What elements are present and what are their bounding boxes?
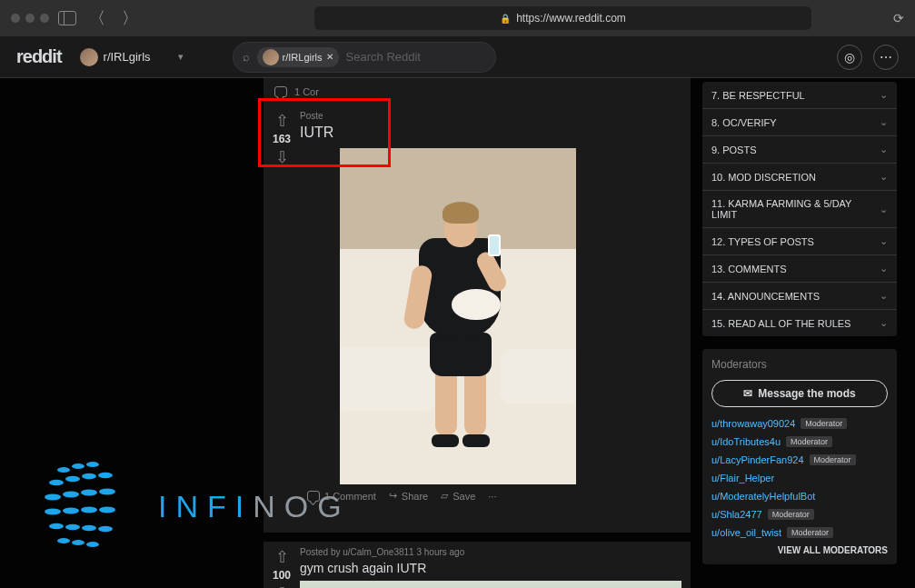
rule-item[interactable]: 7. BE RESPECTFUL⌄ bbox=[702, 82, 897, 109]
downvote-button[interactable]: ⇩ bbox=[275, 149, 289, 165]
reddit-logo[interactable]: reddit bbox=[16, 46, 62, 67]
mod-link[interactable]: u/IdoTributes4u bbox=[711, 436, 781, 447]
rule-item[interactable]: 8. OC/VERIFY⌄ bbox=[702, 109, 897, 136]
watermark: INFINOG bbox=[36, 452, 351, 561]
mod-link[interactable]: u/ModeratelyHelpfulBot bbox=[711, 491, 815, 502]
chevron-down-icon: ⌄ bbox=[880, 144, 888, 155]
chevron-down-icon: ▾ bbox=[178, 51, 184, 63]
chevron-down-icon: ⌄ bbox=[880, 171, 888, 183]
moderators-widget: Moderators ✉ Message the mods u/throwawa… bbox=[702, 349, 897, 564]
svg-point-12 bbox=[63, 508, 79, 514]
community-name: r/IRLgirls bbox=[104, 50, 151, 64]
nav-back-button[interactable]: 〈 bbox=[85, 7, 109, 29]
rule-item[interactable]: 13. COMMENTS⌄ bbox=[702, 255, 897, 283]
mod-row: u/Shla2477Moderator bbox=[711, 509, 888, 520]
community-selector[interactable]: r/IRLgirls ▾ bbox=[75, 45, 220, 70]
search-chip[interactable]: r/IRLgirls ✕ bbox=[257, 47, 339, 67]
mail-icon: ✉ bbox=[743, 387, 752, 400]
rule-item[interactable]: 12. TYPES OF POSTS⌄ bbox=[702, 228, 897, 255]
mod-badge: Moderator bbox=[801, 418, 847, 429]
user-menu-icon[interactable]: ⋯ bbox=[873, 45, 899, 70]
svg-point-3 bbox=[49, 480, 64, 485]
search-placeholder: Search Reddit bbox=[346, 50, 421, 64]
share-button[interactable]: ↪ Share bbox=[389, 490, 428, 502]
chevron-down-icon: ⌄ bbox=[880, 204, 888, 215]
prev-comments: 1 Cor bbox=[294, 86, 319, 97]
svg-point-10 bbox=[99, 489, 115, 495]
rule-item[interactable]: 9. POSTS⌄ bbox=[702, 136, 897, 164]
rule-item[interactable]: 11. KARMA FARMING & 5/DAY LIMIT⌄ bbox=[702, 191, 897, 228]
svg-point-8 bbox=[63, 492, 79, 498]
svg-point-7 bbox=[45, 494, 61, 501]
mod-link[interactable]: u/LacyPinderFan924 bbox=[711, 454, 804, 465]
url-bar[interactable]: 🔒 https://www.reddit.com bbox=[314, 6, 811, 30]
chevron-down-icon: ⌄ bbox=[880, 263, 888, 274]
svg-point-17 bbox=[82, 525, 96, 531]
svg-point-1 bbox=[72, 463, 85, 469]
mod-badge: Moderator bbox=[768, 509, 814, 520]
svg-point-16 bbox=[65, 524, 80, 530]
mod-link[interactable]: u/olive_oil_twist bbox=[711, 527, 781, 538]
mod-row: u/olive_oil_twistModerator bbox=[711, 527, 888, 538]
svg-point-13 bbox=[81, 507, 97, 513]
mod-row: u/IdoTributes4uModerator bbox=[711, 436, 888, 447]
svg-point-18 bbox=[98, 526, 113, 532]
chevron-down-icon: ⌄ bbox=[880, 89, 888, 101]
svg-point-5 bbox=[82, 473, 96, 479]
lock-icon: 🔒 bbox=[500, 14, 511, 24]
prev-post-footer: 1 Cor bbox=[264, 78, 691, 105]
sidebar-toggle-icon[interactable] bbox=[58, 11, 76, 25]
save-button[interactable]: ▱ Save bbox=[441, 490, 475, 502]
rule-item[interactable]: 15. READ ALL OF THE RULES⌄ bbox=[702, 310, 897, 336]
chevron-down-icon: ⌄ bbox=[880, 116, 888, 128]
window-controls bbox=[11, 14, 49, 23]
view-all-mods-link[interactable]: VIEW ALL MODERATORS bbox=[711, 545, 888, 555]
post-title[interactable]: gym crush again IUTR bbox=[300, 561, 681, 575]
watermark-globe-icon bbox=[36, 452, 145, 561]
post-image[interactable] bbox=[300, 581, 681, 588]
mod-row: u/Flair_Helper bbox=[711, 473, 888, 483]
post-title[interactable]: IUTR bbox=[300, 125, 681, 141]
chevron-down-icon: ⌄ bbox=[880, 290, 888, 302]
mod-link[interactable]: u/throwaway09024 bbox=[711, 418, 795, 429]
post-meta: Poste bbox=[300, 111, 681, 121]
svg-point-9 bbox=[81, 490, 97, 496]
svg-point-15 bbox=[49, 523, 64, 529]
mods-title: Moderators bbox=[711, 358, 888, 371]
svg-point-4 bbox=[65, 476, 80, 482]
chevron-down-icon: ⌄ bbox=[880, 235, 888, 247]
upvote-button[interactable]: ⇧ bbox=[275, 113, 289, 129]
comment-icon bbox=[274, 86, 287, 97]
sidebar: 7. BE RESPECTFUL⌄ 8. OC/VERIFY⌄ 9. POSTS… bbox=[702, 82, 897, 564]
svg-point-6 bbox=[98, 473, 113, 478]
message-mods-button[interactable]: ✉ Message the mods bbox=[711, 380, 888, 407]
mod-badge: Moderator bbox=[810, 454, 856, 465]
mod-link[interactable]: u/Shla2477 bbox=[711, 509, 762, 520]
close-icon[interactable]: ✕ bbox=[326, 52, 333, 62]
rule-item[interactable]: 14. ANNOUNCEMENTS⌄ bbox=[702, 283, 897, 310]
post-image[interactable] bbox=[340, 148, 576, 484]
svg-point-2 bbox=[86, 462, 99, 467]
mod-badge: Moderator bbox=[787, 527, 833, 538]
chip-avatar-icon bbox=[263, 49, 279, 65]
search-icon: ⌕ bbox=[243, 50, 250, 64]
refresh-button[interactable]: ⟳ bbox=[893, 11, 904, 25]
mod-row: u/ModeratelyHelpfulBot bbox=[711, 491, 888, 502]
search-input[interactable]: ⌕ r/IRLgirls ✕ Search Reddit bbox=[233, 42, 496, 73]
post-score: 100 bbox=[273, 569, 291, 582]
site-header: reddit r/IRLgirls ▾ ⌕ r/IRLgirls ✕ Searc… bbox=[0, 36, 915, 78]
post-actions: 1 Comment ↪ Share ▱ Save ··· bbox=[300, 484, 681, 507]
more-button[interactable]: ··· bbox=[488, 491, 496, 502]
rule-item[interactable]: 10. MOD DISCRETION⌄ bbox=[702, 164, 897, 191]
post-meta: Posted by u/Calm_One3811 3 hours ago bbox=[300, 547, 681, 557]
watermark-text: INFINOG bbox=[158, 489, 351, 524]
mod-row: u/LacyPinderFan924Moderator bbox=[711, 454, 888, 465]
mod-link[interactable]: u/Flair_Helper bbox=[711, 473, 774, 483]
nav-forward-button[interactable]: 〉 bbox=[118, 7, 142, 29]
bookmark-icon: ▱ bbox=[441, 490, 448, 502]
url-text: https://www.reddit.com bbox=[516, 12, 626, 25]
mod-badge: Moderator bbox=[786, 436, 832, 447]
scan-icon[interactable]: ◎ bbox=[837, 45, 862, 70]
post-score: 163 bbox=[273, 133, 291, 145]
browser-toolbar: 〈 〉 🔒 https://www.reddit.com ⟳ bbox=[0, 0, 915, 36]
